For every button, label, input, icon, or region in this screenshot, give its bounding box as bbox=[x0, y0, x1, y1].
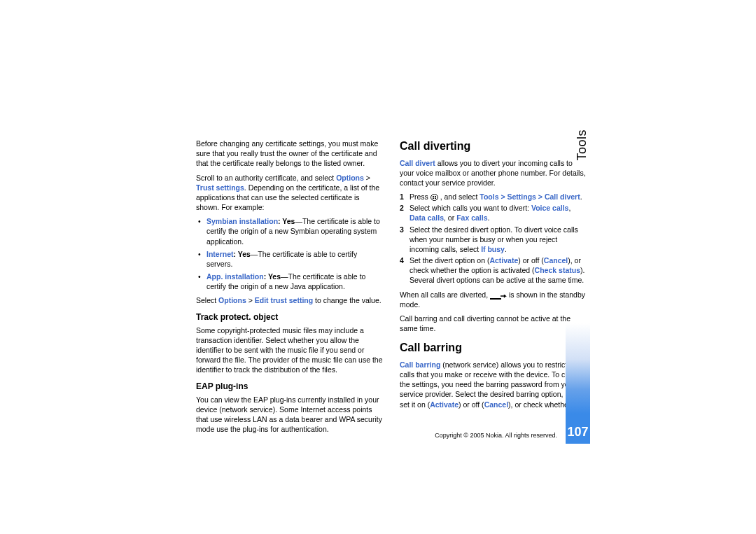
right-column: Call diverting Call divert allows you to… bbox=[400, 139, 588, 439]
app-install-link: App. installation bbox=[206, 272, 264, 281]
activate-link: Activate bbox=[489, 256, 518, 265]
cancel-link: Cancel bbox=[544, 256, 568, 265]
bullet-dot-icon: • bbox=[198, 272, 206, 291]
page-number-tab: 107 bbox=[566, 323, 590, 444]
step-number: 2 bbox=[400, 203, 410, 223]
svg-rect-1 bbox=[433, 196, 434, 197]
trust-settings-link: Trust settings bbox=[196, 183, 244, 192]
paragraph: Before changing any certificate settings… bbox=[196, 139, 384, 169]
subsection-heading: EAP plug-ins bbox=[196, 381, 384, 392]
paragraph: You can view the EAP plug-ins currently … bbox=[196, 395, 384, 435]
if-busy-link: If busy bbox=[481, 245, 505, 253]
svg-rect-3 bbox=[433, 198, 434, 199]
options-link: Options bbox=[336, 174, 364, 182]
activate-link: Activate bbox=[430, 400, 458, 409]
paragraph: Select Options > Edit trust setting to c… bbox=[196, 295, 384, 305]
internet-link: Internet bbox=[206, 250, 234, 258]
numbered-list: 1 Press , and select Tools > Settings > … bbox=[400, 192, 588, 286]
call-divert-link: Call divert bbox=[400, 159, 435, 167]
list-item: 4 Set the divert option on (Activate) or… bbox=[400, 255, 588, 286]
step-number: 4 bbox=[400, 255, 410, 286]
page-content: Before changing any certificate settings… bbox=[0, 0, 756, 439]
bullet-dot-icon: • bbox=[198, 249, 206, 269]
paragraph: Call barring and call diverting cannot b… bbox=[400, 314, 588, 333]
svg-rect-2 bbox=[435, 196, 436, 197]
svg-rect-4 bbox=[435, 198, 436, 199]
cancel-link: Cancel bbox=[484, 400, 508, 409]
divert-indicator-icon bbox=[490, 293, 507, 298]
paragraph: Call divert allows you to divert your in… bbox=[400, 158, 588, 188]
copyright-line: Copyright © 2005 Nokia. All rights reser… bbox=[435, 432, 557, 439]
call-barring-link: Call barring bbox=[400, 360, 440, 369]
data-calls-link: Data calls bbox=[410, 213, 444, 222]
menu-key-icon bbox=[430, 194, 438, 201]
left-column: Before changing any certificate settings… bbox=[196, 139, 384, 439]
edit-trust-link: Edit trust setting bbox=[255, 296, 313, 304]
paragraph: When all calls are diverted, is shown in… bbox=[400, 290, 588, 309]
side-section-label: Tools bbox=[575, 129, 589, 161]
bullet-list: • Symbian installation: Yes—The certific… bbox=[198, 216, 384, 291]
paragraph: Call barring (network service) allows yo… bbox=[400, 360, 588, 409]
step-number: 1 bbox=[400, 192, 410, 202]
list-item: 1 Press , and select Tools > Settings > … bbox=[400, 192, 588, 202]
svg-point-0 bbox=[430, 195, 438, 201]
step-number: 3 bbox=[400, 225, 410, 255]
page-number: 107 bbox=[567, 425, 588, 440]
tools-path-link: Tools > Settings > Call divert bbox=[479, 192, 580, 201]
list-item: • Symbian installation: Yes—The certific… bbox=[198, 216, 384, 246]
bullet-dot-icon: • bbox=[198, 216, 206, 246]
list-item: • App. installation: Yes—The certificate… bbox=[198, 272, 384, 291]
voice-calls-link: Voice calls bbox=[531, 204, 569, 212]
subsection-heading: Track protect. object bbox=[196, 311, 384, 323]
paragraph: Scroll to an authority certificate, and … bbox=[196, 173, 384, 213]
section-heading: Call barring bbox=[400, 340, 588, 356]
list-item: • Internet: Yes—The certificate is able … bbox=[198, 249, 384, 269]
options-link: Options bbox=[218, 296, 246, 304]
fax-calls-link: Fax calls bbox=[456, 213, 487, 222]
check-status-link: Check status bbox=[535, 266, 580, 274]
section-heading: Call diverting bbox=[400, 139, 588, 154]
symbian-install-link: Symbian installation bbox=[206, 217, 278, 225]
list-item: 3 Select the desired divert option. To d… bbox=[400, 225, 588, 255]
list-item: 2 Select which calls you want to divert:… bbox=[400, 203, 588, 223]
paragraph: Some copyright-protected music files may… bbox=[196, 325, 384, 375]
